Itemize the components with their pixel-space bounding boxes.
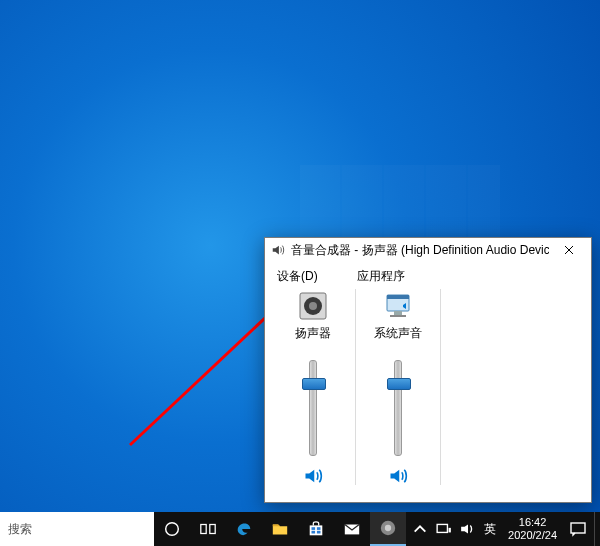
taskbar: 搜索 <box>0 512 600 546</box>
show-desktop-button[interactable] <box>594 512 600 546</box>
clock-time: 16:42 <box>519 516 547 529</box>
svg-rect-7 <box>390 315 406 317</box>
apps-header: 应用程序 <box>357 268 405 285</box>
file-explorer-button[interactable] <box>262 512 298 546</box>
svg-rect-19 <box>437 524 447 532</box>
store-button[interactable] <box>298 512 334 546</box>
svg-rect-9 <box>201 525 206 534</box>
app-label: 系统声音 <box>374 325 422 342</box>
device-label: 扬声器 <box>295 325 331 342</box>
app-volume-slider[interactable] <box>384 360 412 454</box>
mixer-content: 扬声器 <box>265 289 591 491</box>
svg-rect-20 <box>449 528 451 533</box>
cortana-button[interactable] <box>154 512 190 546</box>
clock[interactable]: 16:42 2020/2/24 <box>502 512 563 546</box>
desktop: 音量合成器 - 扬声器 (High Definition Audio Devic… <box>0 0 600 546</box>
section-headers: 设备(D) 应用程序 <box>265 262 591 289</box>
volume-mixer-window: 音量合成器 - 扬声器 (High Definition Audio Devic… <box>264 237 592 503</box>
app-mute-button[interactable] <box>388 466 408 486</box>
svg-rect-10 <box>210 525 215 534</box>
tray-chevron-up-icon[interactable] <box>412 521 428 537</box>
system-sounds-icon[interactable] <box>381 291 415 321</box>
svg-rect-21 <box>571 523 585 533</box>
svg-rect-12 <box>312 527 316 530</box>
svg-rect-15 <box>317 531 321 534</box>
window-title: 音量合成器 - 扬声器 (High Definition Audio Devic… <box>291 242 549 259</box>
svg-point-8 <box>166 523 179 536</box>
device-column: 扬声器 <box>277 289 349 485</box>
device-header: 设备(D) <box>277 268 357 285</box>
column-divider <box>355 289 356 485</box>
device-volume-slider[interactable] <box>299 360 327 454</box>
svg-point-3 <box>309 302 317 310</box>
search-placeholder: 搜索 <box>8 521 32 538</box>
ime-indicator[interactable]: 英 <box>484 521 496 538</box>
edge-button[interactable] <box>226 512 262 546</box>
task-view-button[interactable] <box>190 512 226 546</box>
network-icon[interactable] <box>436 521 452 537</box>
svg-point-18 <box>385 525 391 531</box>
action-center-button[interactable] <box>563 512 594 546</box>
speaker-icon <box>271 243 285 257</box>
column-divider <box>440 289 441 485</box>
app-column-system-sounds: 系统声音 <box>362 289 434 485</box>
volume-icon[interactable] <box>460 521 476 537</box>
close-button[interactable] <box>549 238 589 262</box>
search-box[interactable]: 搜索 <box>0 512 154 546</box>
mail-button[interactable] <box>334 512 370 546</box>
svg-rect-14 <box>312 531 316 534</box>
svg-rect-6 <box>394 311 402 315</box>
system-tray: 英 <box>406 512 502 546</box>
chrome-button[interactable] <box>370 512 406 546</box>
speaker-device-icon[interactable] <box>296 291 330 321</box>
titlebar[interactable]: 音量合成器 - 扬声器 (High Definition Audio Devic… <box>265 238 591 262</box>
clock-date: 2020/2/24 <box>508 529 557 542</box>
svg-rect-11 <box>310 525 323 535</box>
device-mute-button[interactable] <box>303 466 323 486</box>
svg-rect-5 <box>387 295 409 299</box>
svg-rect-13 <box>317 527 321 530</box>
